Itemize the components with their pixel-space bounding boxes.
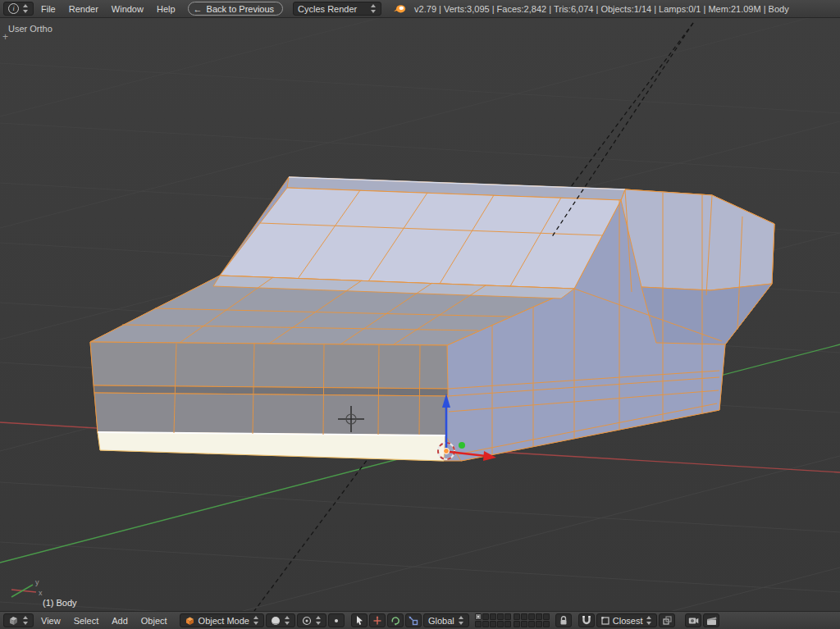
layer-toggle[interactable]	[490, 621, 496, 627]
mode-select[interactable]: Object Mode	[180, 613, 264, 627]
updown-arrows-icon	[315, 616, 322, 625]
menu-file[interactable]: File	[35, 2, 62, 16]
menu-object[interactable]: Object	[135, 614, 173, 627]
viewport-editor-icon	[8, 616, 19, 626]
snap-target-select[interactable]: Closest	[596, 613, 658, 627]
layer-toggle[interactable]	[528, 613, 535, 620]
menu-help[interactable]: Help	[151, 2, 181, 16]
translate-manipulator-toggle[interactable]	[369, 613, 386, 627]
updown-arrows-icon	[370, 4, 377, 13]
lock-to-scene-toggle[interactable]	[555, 613, 572, 627]
rotate-manipulator-toggle[interactable]	[387, 613, 404, 627]
layers-widget[interactable]	[475, 613, 550, 627]
mini-axis-gizmo: y x	[11, 578, 43, 597]
updown-arrows-icon	[284, 616, 290, 625]
menu-add[interactable]: Add	[106, 614, 134, 627]
layer-toggle[interactable]	[482, 613, 489, 620]
updown-arrows-icon	[253, 616, 259, 625]
updown-arrows-icon	[22, 616, 29, 625]
layer-toggle[interactable]	[543, 621, 550, 627]
updown-arrows-icon	[22, 4, 29, 13]
pivot-point-icon	[302, 616, 312, 626]
back-arrow-icon: ←	[194, 4, 203, 14]
layer-toggle[interactable]	[482, 621, 489, 627]
scale-manipulator-toggle[interactable]	[405, 613, 422, 627]
layers-group-2[interactable]	[514, 613, 550, 627]
editor-type-select-3dview[interactable]	[3, 613, 34, 627]
blender-window: i File Render Window Help ← Back to Prev…	[0, 0, 840, 629]
viewport-header: View Select Add Object Object Mode	[0, 611, 840, 629]
viewport-3d[interactable]: y x User Ortho + (1) Body	[0, 18, 840, 611]
render-engine-select[interactable]: Cycles Render	[293, 2, 381, 16]
layer-toggle[interactable]	[521, 613, 527, 620]
manipulator-toggle[interactable]	[351, 613, 368, 627]
layer-toggle[interactable]	[504, 613, 511, 620]
layers-group-1[interactable]	[475, 613, 511, 627]
car-mesh	[90, 177, 774, 461]
layer-toggle[interactable]	[514, 613, 520, 620]
layer-toggle[interactable]	[497, 621, 504, 627]
layer-toggle[interactable]	[475, 621, 482, 627]
menu-window[interactable]: Window	[106, 2, 149, 16]
layer-toggle[interactable]	[490, 613, 496, 620]
layer-toggle[interactable]	[497, 613, 504, 620]
blender-logo	[393, 3, 406, 14]
menu-select[interactable]: Select	[68, 614, 105, 627]
object-mode-icon	[185, 616, 195, 626]
front-upper-face	[90, 342, 448, 389]
opengl-render-button[interactable]	[685, 613, 701, 627]
viewport-scene: y x	[0, 18, 840, 611]
layer-toggle[interactable]	[521, 621, 527, 627]
info-editor-icon: i	[8, 3, 19, 14]
snap-element-icon	[601, 617, 609, 625]
shading-sphere-icon	[271, 616, 281, 626]
axis-y-label: y	[35, 578, 39, 586]
layer-toggle[interactable]	[536, 613, 542, 620]
info-header: i File Render Window Help ← Back to Prev…	[0, 0, 840, 18]
front-lower-face	[94, 393, 448, 435]
pivot-center-toggle[interactable]	[328, 613, 345, 627]
orientation-select[interactable]: Global	[423, 613, 469, 627]
view-name-label: User Ortho	[8, 24, 52, 34]
snap-target-value: Closest	[613, 616, 643, 626]
layer-toggle[interactable]	[504, 621, 511, 627]
axis-x-label: x	[39, 589, 43, 597]
rear-face	[621, 189, 774, 290]
layer-toggle[interactable]	[514, 621, 520, 627]
orientation-value: Global	[428, 616, 454, 626]
mode-value: Object Mode	[199, 616, 249, 626]
updown-arrows-icon	[646, 616, 652, 625]
origin-dot	[444, 449, 450, 454]
layer-toggle[interactable]	[543, 613, 550, 620]
layer-toggle[interactable]	[536, 621, 542, 627]
snap-magnet-toggle[interactable]	[578, 613, 595, 627]
manipulator-y-handle[interactable]	[459, 442, 465, 449]
layer-toggle[interactable]	[528, 621, 535, 627]
pivot-point-select[interactable]	[297, 613, 326, 627]
active-object-label: (1) Body	[43, 598, 77, 608]
menu-render[interactable]: Render	[63, 2, 104, 16]
scene-stats: v2.79 | Verts:3,095 | Faces:2,842 | Tris…	[414, 4, 789, 14]
back-to-previous-button[interactable]: ← Back to Previous	[188, 2, 284, 16]
opengl-render-animation-button[interactable]	[703, 613, 719, 627]
render-engine-value: Cycles Render	[298, 4, 357, 14]
menu-view[interactable]: View	[35, 614, 66, 627]
back-button-label: Back to Previous	[207, 4, 275, 14]
viewport-shading-select[interactable]	[266, 613, 295, 627]
editor-type-select[interactable]: i	[3, 2, 34, 16]
region-expand-icon[interactable]: +	[2, 33, 8, 41]
layer-toggle[interactable]	[475, 613, 482, 620]
updown-arrows-icon	[458, 616, 464, 625]
snap-align-toggle[interactable]	[659, 613, 675, 627]
skirt-face	[98, 432, 445, 461]
